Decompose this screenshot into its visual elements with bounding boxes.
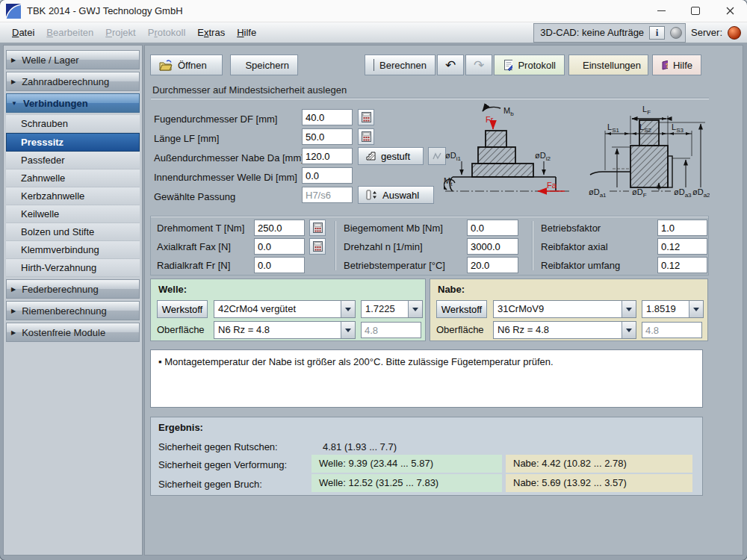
axialkraft-label: Axialkraft Fax [N] [157,239,231,255]
auswahl-button[interactable]: Auswahl [358,186,434,204]
redo-button: ↷ [465,55,492,75]
sidebar-item-kostenfreie-module[interactable]: Kostenfreie Module [6,323,140,342]
chevron-down-icon[interactable] [689,301,703,317]
nabe-material-no-combo[interactable]: 1.8519 [642,300,704,318]
help-button[interactable]: ? Hilfe [652,55,701,75]
axialkraft-input[interactable] [254,238,305,255]
chevron-down-icon[interactable] [341,301,355,317]
sidebar-item-keilwelle[interactable]: Keilwelle [6,205,140,223]
welle-werkstoff-button[interactable]: Werkstoff [157,300,208,318]
welle-oberflaeche-combo[interactable]: N6 Rz = 4.8 [214,321,356,339]
sidebar-item-klemmverbindung[interactable]: Klemmverbindung [6,241,140,259]
menu-bar: Datei Bearbeiten Projekt Protokoll Extra… [0,22,747,43]
open-folder-icon [159,60,173,71]
protocol-button[interactable]: Protokoll [494,55,565,75]
load-parameters-group: Drehmoment T [Nm] Axialkraft Fax [N] Rad… [150,216,709,276]
da-input[interactable] [302,148,353,164]
nabe-werkstoff-button[interactable]: Werkstoff [436,300,487,318]
rutschen-value: 4.81 (1.93 ... 7.7) [315,438,404,456]
menu-hilfe[interactable]: Hilfe [231,24,262,41]
redo-icon: ↷ [474,57,484,73]
column-divider [532,221,533,270]
svg-text:øDa1: øDa1 [589,187,607,199]
sidebar-item-federberechnung[interactable]: Federberechnung [6,279,140,299]
svg-text:øDi1: øDi1 [445,151,461,162]
chevron-down-icon[interactable] [341,322,355,338]
settings-button[interactable]: Einstellungen [568,55,648,75]
open-button[interactable]: Öffnen [150,55,223,75]
maximize-icon [691,7,700,15]
chevron-down-icon[interactable] [622,301,636,317]
save-button[interactable]: Speichern [230,55,298,75]
svg-text:LF: LF [642,105,651,116]
lf-label: Länge LF [mm] [154,131,219,147]
calculate-button[interactable]: Berechnen [365,55,436,75]
app-window: TBK 2014 - GWJ Technology GmbH Datei Bea… [0,0,747,560]
section-divider [151,98,709,99]
calculator-icon [313,223,323,233]
passung-input [302,187,353,203]
close-button[interactable] [713,0,747,22]
sidebar-item-presssitz[interactable]: Presssitz [6,133,140,152]
lf-input[interactable] [302,128,353,145]
sidebar-item-passfeder[interactable]: Passfeder [6,152,140,169]
undo-icon: ↶ [445,57,456,73]
app-logo-icon [6,4,21,19]
force-diagram: Mb Fr øDi1 øDi2 Mt Fa [444,106,569,191]
radialkraft-input[interactable] [254,257,305,273]
gestuft-button[interactable]: gestuft [358,147,424,165]
menu-datei[interactable]: Datei [6,24,40,41]
reibfaktor-umfang-input[interactable] [657,257,707,273]
menu-protokoll: Protokoll [142,24,192,41]
axialkraft-calc-button[interactable] [309,238,326,255]
chevron-down-icon[interactable] [622,322,636,338]
minimize-icon [657,10,666,11]
lf-calc-button[interactable] [358,128,374,145]
menu-projekt: Projekt [99,24,141,41]
sidebar-item-verbindungen[interactable]: Verbindungen [6,93,140,113]
sidebar-item-riemenberechnung[interactable]: Riemenberechnung [6,301,140,320]
sidebar-item-zahnwelle[interactable]: Zahnwelle [6,169,140,187]
sidebar-item-bolzen-stifte[interactable]: Bolzen und Stifte [6,223,140,241]
drehmoment-calc-button[interactable] [309,220,326,236]
di-label: Innendurchmesser Welle Di [mm] [154,169,297,186]
df-calc-button[interactable] [358,109,374,125]
results-box: Ergebnis: Sicherheit gegen Rutschen: 4.8… [150,417,703,496]
nabe-oberflaeche-combo[interactable]: N6 Rz = 4.8 [493,321,636,339]
nabe-panel: Nabe: Werkstoff 31CrMoV9 1.8519 Oberfläc… [430,279,708,341]
drehmoment-input[interactable] [254,220,305,236]
sidebar-item-zahnradberechnung[interactable]: Zahnradberechnung [6,72,140,91]
svg-text:LS3: LS3 [672,122,684,134]
calculator-icon [362,112,371,122]
maximize-button[interactable] [678,0,713,22]
reibfaktor-umfang-label: Reibfaktor umfang [541,258,620,274]
chevron-down-icon[interactable] [408,301,422,317]
nabe-material-combo[interactable]: 31CrMoV9 [493,300,636,318]
drehzahl-input[interactable] [467,238,518,255]
di-input[interactable] [302,167,353,184]
verformung-label: Sicherheit gegen Verformung: [158,457,287,473]
help-book-icon: ? [661,60,668,71]
sidebar-item-schrauben[interactable]: Schrauben [6,115,140,133]
sidebar-item-welle-lager[interactable]: Welle / Lager [6,50,140,69]
pressfit-diagram: Mb Fr øDi1 øDi2 Mt Fa [444,101,710,214]
welle-oberflaeche-label: Oberfläche [157,322,205,338]
welle-material-combo[interactable]: 42CrMo4 vergütet [214,300,356,318]
undo-button[interactable]: ↶ [437,55,464,75]
cad-info-button[interactable]: i [649,26,665,40]
biegemoment-input[interactable] [467,220,518,236]
sidebar-item-hirth-verzahnung[interactable]: Hirth-Verzahnung [6,259,140,277]
reibfaktor-axial-input[interactable] [657,238,707,255]
bruch-welle-value: Welle: 12.52 (31.25 ... 7.83) [311,474,502,492]
df-input[interactable] [302,109,353,125]
sidebar-item-kerbzahnwelle[interactable]: Kerbzahnwelle [6,187,140,205]
welle-material-no-combo[interactable]: 1.7225 [361,300,423,318]
welle-title: Welle: [158,284,187,295]
betriebstemperatur-input[interactable] [467,257,518,273]
minimize-button[interactable] [644,0,678,22]
betriebsfaktor-input[interactable] [657,220,707,236]
nabe-title: Nabe: [438,284,465,295]
menu-bearbeiten: Bearbeiten [40,24,99,41]
reibfaktor-axial-label: Reibfaktor axial [541,239,608,255]
menu-extras[interactable]: Extras [191,24,231,41]
